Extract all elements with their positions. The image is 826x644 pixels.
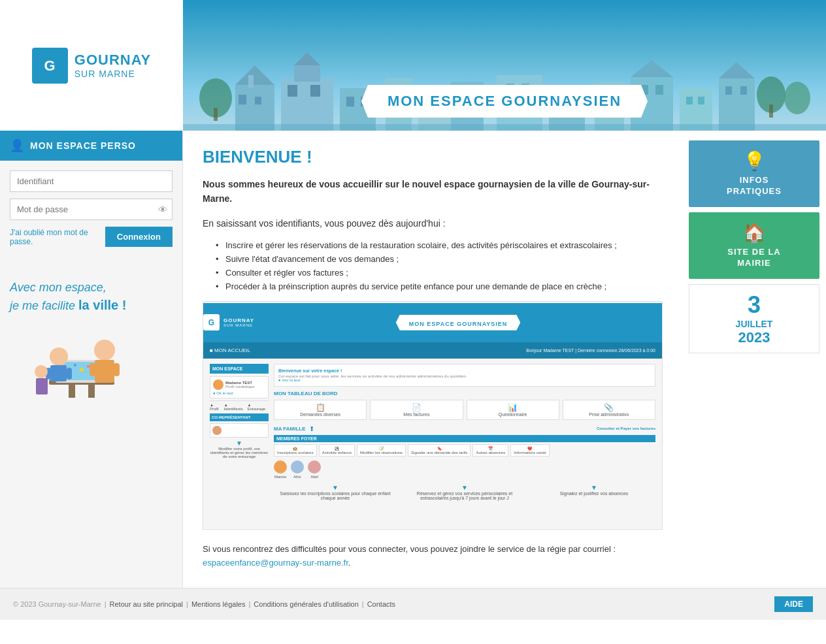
mini-bottom-item: ▼ Réservez et gérez vos services périsco… bbox=[403, 484, 526, 500]
svg-rect-68 bbox=[36, 378, 48, 394]
sidebar-promo: Avec mon espace, je me facilite la ville… bbox=[0, 270, 182, 428]
password-wrap: 👁 bbox=[10, 199, 173, 220]
mini-card: 📊 Questionnaire bbox=[467, 400, 559, 420]
footer-email-link[interactable]: espaceenfance@gournay-sur-marne.fr bbox=[203, 558, 348, 568]
svg-rect-56 bbox=[88, 385, 95, 398]
mini-family-actions: 🏫 Inscriptions scolaires ⚽ Activités enf… bbox=[274, 444, 655, 457]
intro-bold: Nous sommes heureux de vous accueillir s… bbox=[203, 179, 650, 204]
list-item: Consulter et régler vos factures ; bbox=[216, 268, 663, 278]
mini-family-item: 📅 Autres absences bbox=[472, 444, 508, 457]
svg-rect-16 bbox=[310, 85, 320, 97]
mini-bottom-row: ▼ Saisissez les inscriptions scolaires p… bbox=[274, 484, 655, 500]
date-year: 2023 bbox=[696, 329, 812, 346]
footer-link-contacts[interactable]: Contacts bbox=[367, 600, 395, 608]
footer-links: © 2023 Gournay-sur-Marne | Retour au sit… bbox=[13, 600, 395, 608]
sidebar-title-text: MON ESPACE PERSO bbox=[30, 140, 136, 151]
svg-marker-43 bbox=[631, 60, 673, 77]
promo-bold: la ville ! bbox=[78, 298, 126, 312]
svg-rect-13 bbox=[294, 65, 320, 82]
mini-family-item: ⚽ Activités enfance bbox=[319, 444, 355, 457]
lightbulb-icon: 💡 bbox=[699, 150, 810, 172]
mini-card-row: 📋 Demandes diverses 📄 Mes factures 📊 Qu bbox=[274, 400, 655, 420]
svg-rect-65 bbox=[90, 363, 95, 376]
promo-illustration bbox=[10, 321, 173, 419]
widget-infos-label: INFOS PRATIQUES bbox=[699, 175, 810, 197]
mini-card: 📎 Prise administrativo bbox=[563, 400, 655, 420]
svg-rect-18 bbox=[346, 97, 354, 106]
svg-rect-45 bbox=[655, 85, 663, 95]
aide-button[interactable]: AIDE bbox=[774, 596, 813, 612]
mini-nav: ■ MON ACCUEIL Bonjour Madame TEST | Dern… bbox=[203, 342, 662, 359]
svg-rect-64 bbox=[95, 360, 114, 383]
promo-prefix: je me facilite bbox=[10, 299, 78, 312]
content-intro: Nous sommes heureux de vous accueillir s… bbox=[203, 177, 663, 206]
logo-icon: G bbox=[32, 48, 68, 84]
svg-rect-3 bbox=[214, 108, 218, 121]
footer-copyright: © 2023 Gournay-sur-Marne bbox=[13, 600, 101, 608]
footer-link-site[interactable]: Retour au site principal bbox=[110, 600, 184, 608]
header-title-box: MON ESPACE GOURNAYSIEN bbox=[361, 85, 648, 118]
mini-members-title: MEMBRES FOYER bbox=[274, 435, 655, 442]
connexion-button[interactable]: Connexion bbox=[105, 227, 173, 247]
mini-bottom-item: ▼ Signalez et justifiez vos absences bbox=[533, 484, 655, 500]
logo-name: GOURNAY bbox=[74, 52, 151, 69]
header-title: MON ESPACE GOURNAYSIEN bbox=[388, 93, 621, 109]
svg-point-59 bbox=[50, 347, 68, 366]
promo-text-1: Avec mon espace, bbox=[10, 280, 173, 296]
svg-rect-48 bbox=[698, 97, 704, 105]
mini-consult-label: Consulter et Payer vos factures bbox=[597, 427, 655, 430]
svg-rect-66 bbox=[114, 363, 120, 376]
footer: © 2023 Gournay-sur-Marne | Retour au sit… bbox=[0, 588, 826, 620]
header: G GOURNAY SUR MARNE bbox=[0, 0, 826, 131]
footer-separator: | bbox=[186, 600, 188, 608]
widget-site-mairie[interactable]: 🏠 SITE DE LA MAIRIE bbox=[689, 212, 819, 279]
list-item: Procéder à la préinscription auprès du s… bbox=[216, 282, 663, 291]
footer-link-cgu[interactable]: Conditions générales d'utilisation bbox=[254, 600, 358, 608]
widget-infos-pratiques[interactable]: 💡 INFOS PRATIQUES bbox=[689, 140, 819, 207]
sidebar: 👤 MON ESPACE PERSO 👁 J'ai oublié mon mot… bbox=[0, 131, 183, 588]
mini-family-item: ❤️ Informations santé bbox=[510, 444, 549, 457]
footer-link-mentions[interactable]: Mentions légales bbox=[191, 600, 246, 608]
svg-rect-10 bbox=[239, 95, 246, 105]
identifiant-input[interactable] bbox=[10, 170, 173, 192]
footer-text-prefix: Si vous rencontrez des difficultés pour … bbox=[203, 544, 616, 554]
mini-card-label: Mes factures bbox=[373, 412, 459, 417]
mini-family-item: 🔖 Signaler une demande des tarifs bbox=[408, 444, 471, 457]
forgot-link[interactable]: J'ai oublié mon mot de passe. bbox=[10, 228, 99, 246]
widget-mairie-label: SITE DE LA MAIRIE bbox=[699, 247, 810, 269]
mini-card-label: Demandes diverses bbox=[277, 412, 363, 417]
svg-text:G: G bbox=[44, 57, 56, 74]
mini-card: 📋 Demandes diverses bbox=[274, 400, 367, 420]
mini-card: 📄 Mes factures bbox=[370, 400, 463, 420]
list-item: Suivre l'état d'avancement de vos demand… bbox=[216, 254, 663, 264]
footer-separator: | bbox=[362, 600, 364, 608]
house-icon: 🏠 bbox=[699, 222, 810, 244]
date-month: JUILLET bbox=[696, 319, 812, 329]
logo-sub: SUR MARNE bbox=[74, 69, 151, 79]
svg-rect-51 bbox=[725, 86, 732, 95]
footer-text-end: . bbox=[348, 558, 351, 568]
svg-rect-7 bbox=[235, 85, 274, 131]
svg-marker-50 bbox=[719, 62, 755, 78]
svg-rect-11 bbox=[255, 97, 261, 105]
svg-marker-14 bbox=[294, 52, 320, 65]
content-title: BIENVENUE ! bbox=[203, 147, 663, 167]
mini-family-title: MA FAMILLE bbox=[274, 426, 306, 432]
app-screenshot: G GOURNAY SUR MARNE MON ESPACE GOURNAYSI… bbox=[203, 301, 663, 530]
svg-point-67 bbox=[35, 365, 48, 378]
content-sub-intro: En saisissant vos identifiants, vous pou… bbox=[203, 216, 663, 231]
sidebar-form: 👁 J'ai oublié mon mot de passe. Connexio… bbox=[0, 161, 182, 270]
svg-rect-52 bbox=[740, 86, 747, 95]
svg-point-71 bbox=[74, 364, 76, 366]
svg-rect-47 bbox=[686, 97, 693, 105]
eye-icon[interactable]: 👁 bbox=[158, 204, 167, 215]
content-footer-text: Si vous rencontrez des difficultés pour … bbox=[203, 543, 663, 570]
password-input[interactable] bbox=[10, 199, 173, 220]
mini-dashboard-title: MON TABLEAU DE BORD bbox=[274, 391, 655, 396]
svg-rect-49 bbox=[719, 78, 755, 131]
svg-point-70 bbox=[87, 365, 90, 368]
svg-marker-8 bbox=[235, 65, 274, 85]
svg-point-6 bbox=[784, 82, 810, 114]
svg-rect-5 bbox=[769, 105, 773, 118]
svg-rect-53 bbox=[183, 124, 826, 131]
